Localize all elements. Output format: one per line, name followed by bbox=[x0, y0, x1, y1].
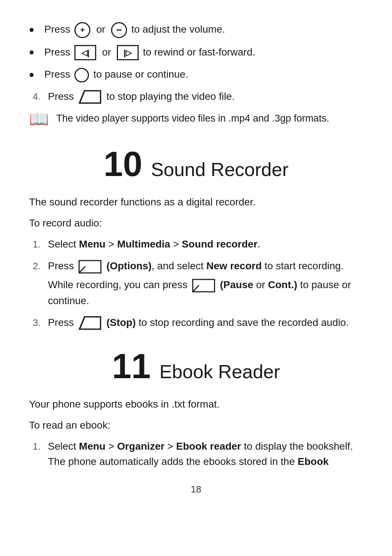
step-10-3-text: Press (Stop) to stop recording and save … bbox=[48, 315, 363, 331]
bullet-volume: • Press + or − to adjust the volume. bbox=[29, 22, 363, 38]
bullet-dot-2: • bbox=[29, 45, 34, 60]
section-10-steps: 1. Select Menu > Multimedia > Sound reco… bbox=[29, 237, 363, 331]
note-block: 📖 The video player supports video files … bbox=[29, 111, 363, 128]
or-connector-2: or bbox=[102, 46, 111, 58]
step-10-2: 2. Press (Options), and select New recor… bbox=[29, 258, 363, 308]
organizer-bold: Organizer bbox=[117, 441, 165, 452]
svg-line-1 bbox=[79, 91, 85, 103]
rewind-instruction: Press ◁| or |▷ to rewind or fast-forward… bbox=[44, 45, 363, 61]
section-10-intro2: To record audio: bbox=[29, 216, 363, 231]
menu-bold: Menu bbox=[79, 238, 106, 250]
menu-bold-11: Menu bbox=[79, 441, 106, 452]
top-numbered-list: 4. Press to stop playing the video file. bbox=[29, 89, 363, 105]
chapter-11-number: 11 bbox=[112, 349, 151, 384]
chapter-10-number: 10 bbox=[103, 147, 142, 181]
stop-label: (Stop) bbox=[106, 317, 136, 328]
vol-plus-icon: + bbox=[74, 22, 90, 38]
svg-rect-4 bbox=[193, 279, 215, 292]
step-10-2-text: Press (Options), and select New record t… bbox=[48, 258, 363, 308]
section-11-intro2: To read an ebook: bbox=[29, 418, 363, 433]
step-10-1-num: 1. bbox=[29, 237, 41, 252]
step-stop-video: 4. Press to stop playing the video file. bbox=[29, 89, 363, 105]
fastforward-icon: |▷ bbox=[117, 45, 139, 60]
stop-video-instruction: Press to stop playing the video file. bbox=[48, 89, 363, 105]
top-bullet-list: • Press + or − to adjust the volume. • P… bbox=[29, 22, 363, 82]
step-10-3-num: 3. bbox=[29, 315, 41, 330]
pause-cont-label: (Pause bbox=[220, 279, 253, 290]
step-10-1: 1. Select Menu > Multimedia > Sound reco… bbox=[29, 237, 363, 252]
pause-instruction: Press to pause or continue. bbox=[44, 67, 363, 82]
or-connector-1: or bbox=[96, 24, 105, 35]
step-number-4: 4. bbox=[29, 89, 41, 104]
section-11-intro1: Your phone supports ebooks in .txt forma… bbox=[29, 397, 363, 412]
vol-minus-icon: − bbox=[111, 22, 127, 38]
cont-label: Cont.) bbox=[268, 279, 297, 290]
svg-line-3 bbox=[79, 266, 85, 273]
bullet-pause: • Press to pause or continue. bbox=[29, 67, 363, 82]
ebook-bold: Ebook bbox=[298, 456, 329, 467]
new-record-label: New record bbox=[207, 260, 262, 271]
stop-key-icon bbox=[78, 89, 102, 105]
step-11-1-num: 1. bbox=[29, 439, 41, 454]
step-11-1-text: Select Menu > Organizer > Ebook reader t… bbox=[48, 439, 363, 469]
sound-recorder-bold: Sound recorder bbox=[182, 238, 257, 250]
pause-text: to pause or continue. bbox=[93, 69, 188, 80]
stop-key-icon-2 bbox=[78, 315, 102, 331]
step-10-1-text: Select Menu > Multimedia > Sound recorde… bbox=[48, 237, 363, 252]
pause-softkey-icon bbox=[192, 278, 216, 293]
ebook-reader-bold: Ebook reader bbox=[176, 441, 241, 452]
svg-line-5 bbox=[193, 285, 199, 292]
chapter-11-title: Ebook Reader bbox=[159, 361, 280, 383]
volume-instruction: Press + or − to adjust the volume. bbox=[44, 22, 363, 38]
stop-video-text: to stop playing the video file. bbox=[106, 91, 234, 102]
step-10-3: 3. Press (Stop) to stop recording and sa… bbox=[29, 315, 363, 331]
bullet-rewind: • Press ◁| or |▷ to rewind or fast-forwa… bbox=[29, 45, 363, 61]
options-softkey-icon bbox=[78, 259, 102, 274]
volume-text: to adjust the volume. bbox=[131, 24, 225, 35]
chapter-10-heading: 10 Sound Recorder bbox=[29, 147, 363, 181]
chapter-10-title: Sound Recorder bbox=[151, 159, 289, 180]
note-text: The video player supports video files in… bbox=[56, 111, 363, 126]
step-10-2-continuation: While recording, you can press (Pause or… bbox=[48, 277, 363, 308]
svg-rect-2 bbox=[79, 261, 101, 273]
bullet-dot-3: • bbox=[29, 68, 34, 82]
pause-circle-icon bbox=[74, 68, 89, 82]
multimedia-bold: Multimedia bbox=[117, 238, 170, 250]
step-11-1: 1. Select Menu > Organizer > Ebook reade… bbox=[29, 439, 363, 469]
chapter-11-heading: 11 Ebook Reader bbox=[29, 349, 363, 384]
book-icon: 📖 bbox=[29, 110, 49, 128]
bullet-dot-1: • bbox=[29, 23, 34, 37]
page-number: 18 bbox=[29, 484, 363, 495]
section-10-intro1: The sound recorder functions as a digita… bbox=[29, 195, 363, 210]
svg-line-7 bbox=[79, 317, 85, 329]
rewind-icon: ◁| bbox=[74, 45, 96, 60]
section-11-steps: 1. Select Menu > Organizer > Ebook reade… bbox=[29, 439, 363, 469]
rewind-text: to rewind or fast-forward. bbox=[143, 46, 256, 58]
step-10-2-num: 2. bbox=[29, 258, 41, 273]
options-label: (Options) bbox=[106, 260, 151, 271]
